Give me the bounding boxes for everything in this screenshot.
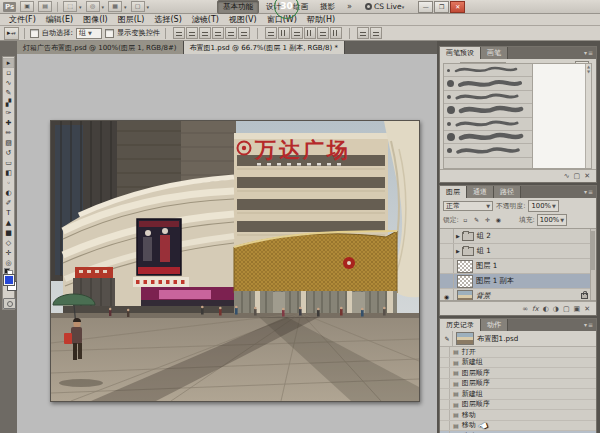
visibility-toggle[interactable] [440, 259, 454, 273]
layer-row[interactable]: ▶组 1 [440, 244, 596, 259]
align-icon[interactable] [225, 27, 237, 39]
path-selection-tool[interactable]: ▲ [3, 218, 14, 228]
history-state-gutter[interactable] [440, 400, 450, 410]
brush-preset-row[interactable] [444, 91, 532, 104]
menu-item[interactable]: 滤镜(T) [187, 14, 224, 25]
visibility-toggle[interactable]: ◉ [440, 289, 454, 301]
layer-row[interactable]: ▶组 2 [440, 229, 596, 244]
healing-brush-tool[interactable]: ✚ [3, 118, 14, 128]
brush-preset-row[interactable] [444, 64, 532, 77]
restore-button[interactable]: ❐ [434, 1, 449, 13]
rotate-view-tool[interactable]: ◇ [3, 238, 14, 248]
history-panel-tab[interactable]: 动作 [481, 319, 508, 331]
document-tab[interactable]: 布置图1.psd @ 66.7%(图层 1 副本, RGB/8) * [184, 41, 345, 54]
delete-layer-icon[interactable]: ✕ [584, 304, 590, 314]
brush-preset-row[interactable] [444, 144, 532, 157]
close-button[interactable]: ✕ [450, 1, 465, 13]
distribute-icon[interactable] [317, 27, 329, 39]
scrollbar[interactable] [590, 229, 596, 300]
new-brush-icon[interactable]: ▢ [574, 171, 581, 181]
history-state-gutter[interactable] [440, 410, 450, 420]
brush-preset-list[interactable] [443, 63, 533, 169]
visibility-toggle[interactable] [440, 274, 454, 288]
brush-panel-tab[interactable]: 画笔 [481, 47, 508, 59]
auto-select-checkbox[interactable] [30, 29, 39, 38]
brush-preset-row[interactable] [444, 131, 532, 144]
panel-menu-icon[interactable]: ▾≡ [584, 321, 594, 328]
layers-panel-tab[interactable]: 路径 [494, 186, 521, 198]
layer-thumbnail[interactable] [457, 290, 473, 302]
quick-selection-tool[interactable]: ✎ [3, 88, 14, 98]
distribute-icon[interactable] [330, 27, 342, 39]
layer-thumbnail[interactable] [457, 260, 473, 273]
expander-icon[interactable]: ▶ [456, 233, 460, 239]
menu-item[interactable]: 视图(V) [224, 14, 262, 25]
quick-mask-button[interactable] [3, 298, 16, 309]
layers-panel-tab[interactable]: 通道 [467, 186, 494, 198]
auto-align-icon[interactable] [357, 27, 369, 39]
fill-dropdown[interactable]: 100% ▼ [537, 214, 567, 226]
history-state-row[interactable]: ▤图层顺序 [440, 400, 596, 411]
workspace-button[interactable]: 基本功能 [217, 0, 259, 14]
marquee-tool[interactable]: ▫ [3, 68, 14, 78]
menu-item[interactable]: 文件(F) [4, 14, 41, 25]
arrange-documents-icon[interactable]: ▦ [108, 1, 122, 12]
history-state-gutter[interactable] [440, 421, 450, 431]
zoom-tool[interactable]: ◎ [3, 258, 14, 268]
align-icon[interactable] [212, 27, 224, 39]
layer-style-icon[interactable]: fx [532, 304, 539, 314]
lock-transparency-icon[interactable]: ▫ [461, 215, 470, 225]
history-state-row[interactable]: ▤图层顺序 [440, 368, 596, 379]
layer-row[interactable]: 图层 1 副本 [440, 274, 596, 289]
panel-menu-icon[interactable]: ▾≡ [584, 188, 594, 195]
history-state-row[interactable]: ▤新建组 [440, 389, 596, 400]
align-icon[interactable] [199, 27, 211, 39]
auto-align-icon[interactable] [370, 27, 382, 39]
history-state-gutter[interactable] [440, 368, 450, 378]
menu-item[interactable]: 编辑(E) [41, 14, 78, 25]
history-state-row[interactable]: ▤图层顺序 [440, 379, 596, 390]
distribute-icon[interactable] [278, 27, 290, 39]
brush-stroke-icon[interactable]: ∿ [564, 171, 570, 181]
menu-item[interactable]: 帮助(H) [302, 14, 340, 25]
eraser-tool[interactable]: ▭ [3, 158, 14, 168]
new-group-icon[interactable]: ▢ [563, 304, 570, 314]
history-state-gutter[interactable] [440, 389, 450, 399]
history-state-gutter[interactable] [440, 358, 450, 368]
workspace-overflow-button[interactable]: » [347, 2, 352, 11]
history-snapshot-row[interactable]: ✎ 布置图1.psd [440, 331, 596, 347]
opacity-dropdown[interactable]: 100% ▼ [528, 200, 558, 212]
lock-position-icon[interactable]: ✛ [483, 215, 492, 225]
workspace-button[interactable]: 摄影 [315, 1, 340, 13]
distribute-icon[interactable] [265, 27, 277, 39]
lock-all-icon[interactable]: ◉ [494, 215, 503, 225]
layer-mask-icon[interactable]: ◐ [543, 304, 549, 314]
view-extras-icon[interactable]: ⬚ [63, 1, 77, 12]
history-panel-tab[interactable]: 历史记录 [440, 319, 481, 331]
brush-tool[interactable]: ✏ [3, 128, 14, 138]
distribute-icon[interactable] [291, 27, 303, 39]
move-tool[interactable]: ▸ [3, 58, 14, 68]
layer-row[interactable]: 图层 1 [440, 259, 596, 274]
distribute-icon[interactable] [304, 27, 316, 39]
clone-stamp-tool[interactable]: ▨ [3, 138, 14, 148]
hand-tool[interactable]: ✛ [3, 248, 14, 258]
brush-preset-row[interactable] [444, 104, 532, 117]
new-layer-icon[interactable]: ▣ [574, 304, 581, 314]
minimize-button[interactable]: — [418, 1, 433, 13]
layer-thumbnail[interactable] [457, 275, 473, 288]
lasso-tool[interactable]: ∿ [3, 78, 14, 88]
adjustment-layer-icon[interactable]: ◑ [553, 304, 559, 314]
blur-tool[interactable]: ◦ [3, 178, 14, 188]
menu-item[interactable]: 图像(I) [78, 14, 113, 25]
canvas-photo[interactable]: 万达广场 [50, 120, 420, 402]
brush-preset-row[interactable] [444, 118, 532, 131]
scrollbar[interactable]: ▲▼ [585, 64, 591, 168]
foreground-color-swatch[interactable] [4, 275, 14, 285]
link-layers-icon[interactable]: ∞ [522, 304, 528, 314]
expander-icon[interactable]: ▶ [456, 248, 460, 254]
cs-live-button[interactable]: CS Live ▾ [365, 2, 404, 11]
history-state-row[interactable]: ▤移动 [440, 421, 596, 432]
gradient-tool[interactable]: ◧ [3, 168, 14, 178]
tool-preset-picker[interactable]: ▸₊▾ [4, 27, 19, 40]
